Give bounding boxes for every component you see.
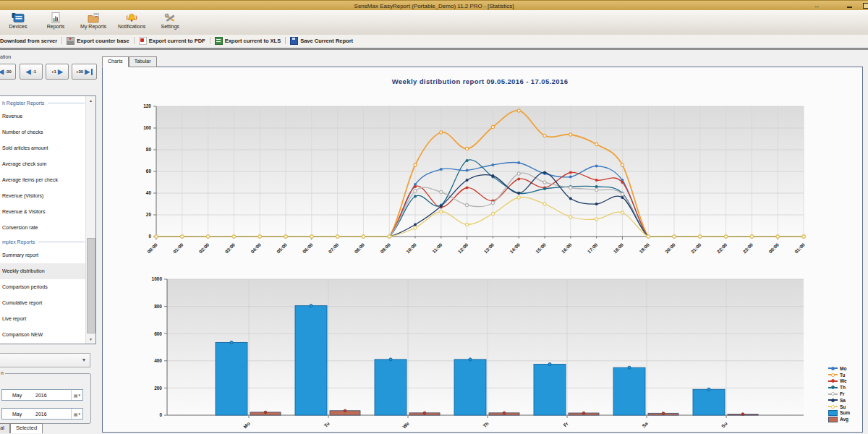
nav-forward-1-button[interactable]: +1 ▶ [46,64,69,80]
date-from-picker[interactable]: May 2016 ▦ ▾ [1,389,83,401]
notifications-button[interactable]: Notifications [116,11,148,30]
legend-entry-Tu: Tu [828,372,861,378]
marker-Tu [517,109,520,112]
marker-Su [336,235,339,238]
date-to-picker[interactable]: May 2016 ▦ ▾ [1,408,83,420]
report-list-item[interactable]: Comparison NEW [0,327,86,343]
settings-icon [163,12,176,24]
export-pdf-button[interactable]: Export current to PDF [135,35,210,46]
bar-sum-Tu [295,306,327,415]
marker-Su [155,235,158,238]
export-xls-button[interactable]: Export current to XLS [210,35,286,46]
svg-text:05:00: 05:00 [276,242,288,254]
marker-Su [595,218,598,221]
panel-splitter[interactable] [97,52,101,434]
marker-Mo [517,161,520,164]
period-combobox[interactable]: ▾ [0,353,90,367]
scrollbar-thumb[interactable] [87,238,95,333]
scroll-up-icon[interactable]: ▲ [86,96,95,105]
marker-Sa [595,203,598,205]
nav-back-1-label: -1 [33,69,36,74]
bar-marker-avg [264,411,267,414]
marker-Mo [440,168,443,171]
svg-text:12:00: 12:00 [457,242,469,254]
nav-back-1-button[interactable]: ◀ -1 [20,64,43,80]
marker-Mo [569,176,572,179]
date-to-year: 2016 [35,412,60,417]
report-list-item[interactable]: Comparison periods [0,279,86,295]
marker-We [466,187,469,190]
my-reports-button[interactable]: My Reports [78,11,109,30]
window-controls: ↔ [803,1,868,11]
calendar-dropdown-icon[interactable]: ▦ ▾ [71,390,82,400]
svg-text:17:00: 17:00 [587,242,599,254]
bar-sum-Th [454,359,486,415]
marker-Mo [491,163,494,166]
bar-marker-avg [423,412,426,414]
marker-Tu [466,147,469,150]
report-list-item[interactable]: Revenue & Visitors [0,204,86,220]
svg-text:02:00: 02:00 [198,242,210,254]
marker-Su [647,235,650,238]
bar-marker-avg [503,412,506,414]
nav-back-30-button[interactable]: ◀ -30 [0,64,16,80]
tab-selected[interactable]: Selected [10,423,43,433]
save-report-button[interactable]: Save Current Report [286,35,357,46]
marker-Su [776,235,779,238]
tab-interval-cut[interactable]: al [0,423,10,433]
restore-icon[interactable] [861,1,868,11]
marker-Su [310,235,313,238]
bar-marker-sum [230,341,233,344]
tab-tabular[interactable]: Tabular [129,56,157,67]
report-list-item[interactable]: Revenue [0,109,86,124]
legend-label: Sum [840,410,850,415]
report-list-item[interactable]: Average check sum [0,156,86,172]
report-list-item[interactable]: Cumulative report [0,295,86,311]
svg-text:Tu: Tu [323,421,330,428]
report-list-item[interactable]: Average items per check [0,172,86,188]
report-list-item[interactable]: Conversion rate [0,220,86,236]
download-from-server-button[interactable]: Download from server [0,35,61,46]
bar-marker-sum [469,358,472,361]
marker-Tu [414,163,417,166]
bar-marker-avg [741,413,744,416]
report-list-item[interactable]: Weekly distribution [0,263,86,279]
marker-Sa [440,205,443,208]
bar-marker-avg [344,409,346,412]
devices-icon [12,12,25,24]
legend-label: Su [840,404,846,409]
tab-charts[interactable]: Charts [102,56,129,67]
export-counter-base-button[interactable]: Export counter base [62,35,134,46]
svg-text:14:00: 14:00 [509,242,521,254]
toolbar-splitter[interactable] [0,46,868,52]
svg-text:0: 0 [159,412,162,417]
settings-button[interactable]: Settings [155,11,185,30]
swap-icon[interactable]: ↔ [812,1,822,11]
svg-text:20:00: 20:00 [664,242,676,254]
svg-text:Su: Su [720,421,728,429]
minimize-icon[interactable] [845,1,854,11]
marker-Fr [621,192,624,195]
my-reports-icon [87,12,100,24]
report-list-item[interactable]: Number of checks [0,124,86,140]
calendar-icon: ▦ [74,393,78,398]
marker-Su [569,216,572,218]
marker-Su [802,235,805,238]
svg-text:19:00: 19:00 [638,242,650,254]
reports-button[interactable]: Reports [41,11,71,30]
marker-Fr [543,181,546,184]
scroll-down-icon[interactable]: ▼ [86,335,95,344]
report-list-item[interactable]: Summary report [0,247,86,263]
nav-forward-30-button[interactable]: +30 ▶ [72,64,97,80]
report-list-item[interactable]: Sold articles amount [0,140,86,156]
devices-button[interactable]: Devices [3,11,33,30]
marker-Su [232,235,235,238]
report-list-item[interactable]: Live report [0,311,86,327]
report-list-scrollbar[interactable]: ▲ ▼ [85,96,95,344]
bar-marker-avg [582,412,585,414]
report-list-item[interactable]: Revenue (Visitors) [0,188,86,204]
svg-text:Mo: Mo [242,421,251,430]
legend-label: Tu [840,373,845,378]
calendar-dropdown-icon[interactable]: ▦ ▾ [71,409,82,419]
title-bar[interactable]: SensMax EasyReport (Portable_Demo) 11.2 … [0,0,868,11]
